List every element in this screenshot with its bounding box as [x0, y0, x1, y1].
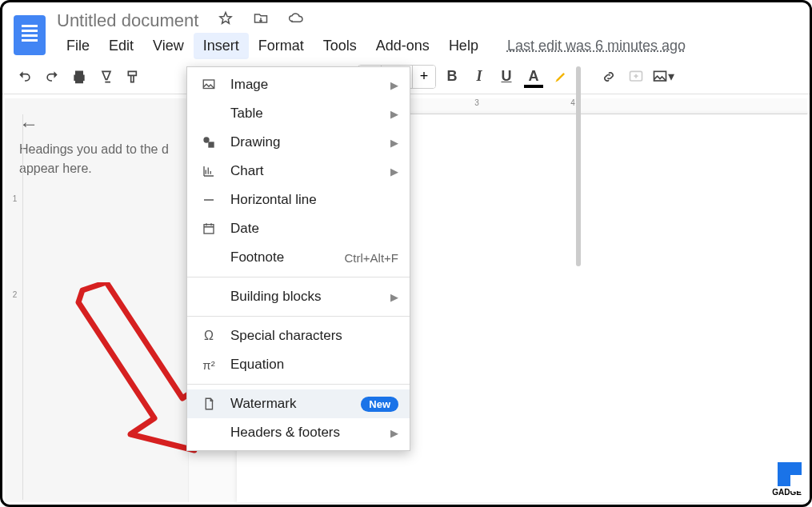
- paint-format-button[interactable]: [122, 66, 145, 88]
- pi-icon: π²: [198, 357, 219, 373]
- undo-button[interactable]: [14, 66, 36, 88]
- insert-footnote-item[interactable]: Footnote Ctrl+Alt+F: [187, 243, 410, 272]
- cloud-status-icon[interactable]: [288, 10, 304, 31]
- insert-equation-item[interactable]: π² Equation: [187, 350, 410, 379]
- add-comment-button[interactable]: [625, 66, 647, 88]
- svg-point-3: [204, 138, 209, 142]
- dropdown-scrollbar[interactable]: [576, 66, 581, 266]
- text-color-button[interactable]: A: [522, 66, 545, 88]
- star-icon[interactable]: [218, 10, 234, 31]
- outline-panel: ← Headings you add to the d appear here.: [5, 98, 189, 502]
- last-edit-link[interactable]: Last edit was 6 minutes ago: [507, 38, 686, 54]
- submenu-arrow-icon: ▶: [390, 108, 398, 120]
- insert-image-item[interactable]: Image ▶: [187, 70, 410, 99]
- insert-watermark-item[interactable]: Watermark New: [187, 389, 410, 418]
- omega-icon: Ω: [198, 328, 219, 344]
- highlight-button[interactable]: [550, 66, 572, 88]
- docs-logo-icon[interactable]: [14, 15, 46, 55]
- footnote-shortcut: Ctrl+Alt+F: [344, 251, 398, 265]
- insert-date-item[interactable]: Date: [187, 214, 410, 243]
- insert-hline-item[interactable]: Horizontal line: [187, 186, 410, 214]
- calendar-icon: [198, 221, 219, 237]
- menu-file[interactable]: File: [57, 33, 99, 59]
- insert-special-chars-item[interactable]: Ω Special characters: [187, 321, 410, 350]
- submenu-arrow-icon: ▶: [390, 427, 398, 439]
- insert-chart-item[interactable]: Chart ▶: [187, 157, 410, 186]
- svg-rect-5: [204, 225, 214, 234]
- submenu-arrow-icon: ▶: [390, 137, 398, 149]
- hline-icon: [198, 192, 219, 208]
- insert-menu-dropdown: Image ▶ Table ▶ Drawing ▶ Chart ▶ Horizo…: [186, 66, 410, 451]
- clear-formatting-button[interactable]: [95, 66, 118, 88]
- submenu-arrow-icon: ▶: [390, 79, 398, 91]
- watermark-icon: [198, 396, 219, 412]
- watermark-brand: GADGE: [772, 462, 802, 497]
- menu-insert[interactable]: Insert: [194, 33, 249, 59]
- outline-hint-line2: appear here.: [19, 162, 92, 175]
- underline-button[interactable]: U: [495, 66, 518, 88]
- menu-help[interactable]: Help: [439, 33, 488, 59]
- insert-link-button[interactable]: [598, 66, 620, 88]
- insert-headers-footers-item[interactable]: Headers & footers ▶: [187, 418, 410, 447]
- insert-drawing-item[interactable]: Drawing ▶: [187, 128, 410, 157]
- vertical-ruler: 12: [7, 114, 23, 500]
- svg-rect-4: [209, 142, 214, 147]
- new-badge: New: [361, 397, 398, 412]
- menu-edit[interactable]: Edit: [99, 33, 143, 59]
- move-icon[interactable]: [253, 10, 269, 31]
- redo-button[interactable]: [41, 66, 63, 88]
- insert-image-button[interactable]: ▾: [652, 66, 674, 88]
- menu-tools[interactable]: Tools: [314, 33, 366, 59]
- menu-view[interactable]: View: [143, 33, 194, 59]
- drawing-icon: [198, 134, 219, 150]
- document-title[interactable]: Untitled document: [57, 10, 198, 31]
- menu-format[interactable]: Format: [249, 33, 314, 59]
- bold-button[interactable]: B: [441, 66, 463, 88]
- print-button[interactable]: [68, 66, 90, 88]
- chart-icon: [198, 163, 219, 179]
- font-size-increase[interactable]: +: [413, 66, 435, 88]
- insert-table-item[interactable]: Table ▶: [187, 99, 410, 128]
- italic-button[interactable]: I: [468, 66, 490, 88]
- insert-building-blocks-item[interactable]: Building blocks ▶: [187, 282, 410, 311]
- menu-addons[interactable]: Add-ons: [366, 33, 439, 59]
- submenu-arrow-icon: ▶: [390, 291, 398, 303]
- submenu-arrow-icon: ▶: [390, 166, 398, 178]
- outline-hint-line1: Headings you add to the d: [19, 142, 169, 156]
- image-icon: [198, 77, 219, 93]
